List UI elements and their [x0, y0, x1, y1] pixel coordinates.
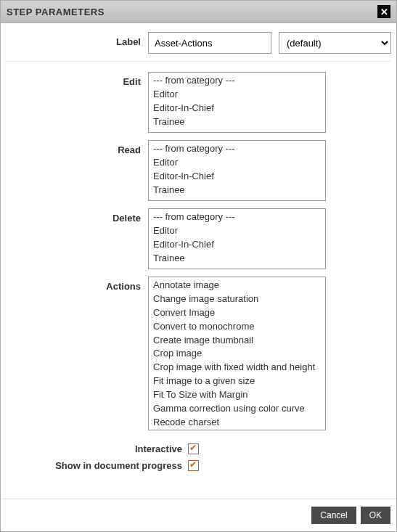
show-progress-row: Show in document progress [7, 460, 390, 471]
list-item[interactable]: Fit To Size with Margin [153, 388, 321, 402]
step-parameters-dialog: STEP PARAMETERS ✕ Label (default) Edit -… [0, 0, 397, 532]
read-caption: Read [7, 140, 148, 155]
title-bar: STEP PARAMETERS ✕ [1, 1, 396, 23]
list-item[interactable]: --- from category --- [153, 210, 321, 224]
list-item[interactable]: Change image saturation [153, 292, 321, 306]
list-item[interactable]: Resize image [153, 430, 321, 430]
separator [7, 61, 390, 62]
actions-caption: Actions [7, 277, 148, 292]
list-item[interactable]: Annotate image [153, 279, 321, 292]
list-item[interactable]: --- from category --- [153, 74, 321, 88]
read-listbox[interactable]: --- from category --- Editor Editor-In-C… [148, 140, 326, 201]
edit-listbox[interactable]: --- from category --- Editor Editor-In-C… [148, 72, 326, 133]
label-input[interactable] [148, 32, 271, 54]
list-item[interactable]: --- from category --- [153, 142, 321, 156]
interactive-caption: Interactive [7, 443, 188, 454]
delete-caption: Delete [7, 208, 148, 224]
actions-row: Actions Annotate image Change image satu… [7, 277, 390, 430]
list-item[interactable]: Editor [153, 88, 321, 102]
list-item[interactable]: Crop image [153, 347, 321, 361]
list-item[interactable]: Trainee [153, 252, 321, 266]
list-item[interactable]: Editor-In-Chief [153, 102, 321, 115]
close-icon: ✕ [380, 7, 388, 17]
list-item[interactable]: Trainee [153, 184, 321, 197]
list-item[interactable]: Trainee [153, 115, 321, 129]
list-item[interactable]: Editor-In-Chief [153, 170, 321, 184]
cancel-button[interactable]: Cancel [311, 507, 356, 524]
delete-row: Delete --- from category --- Editor Edit… [7, 208, 390, 269]
list-item[interactable]: Convert to monochrome [153, 320, 321, 334]
edit-row: Edit --- from category --- Editor Editor… [7, 72, 390, 133]
actions-listbox[interactable]: Annotate image Change image saturation C… [148, 277, 326, 430]
delete-listbox[interactable]: --- from category --- Editor Editor-In-C… [148, 208, 326, 269]
dialog-content: Label (default) Edit --- from category -… [1, 23, 396, 488]
ok-button[interactable]: OK [361, 507, 390, 524]
close-button[interactable]: ✕ [377, 5, 390, 18]
list-item[interactable]: Editor [153, 156, 321, 170]
default-select[interactable]: (default) [279, 32, 391, 54]
list-item[interactable]: Editor [153, 224, 321, 238]
list-item[interactable]: Gamma correction using color curve [153, 402, 321, 416]
list-item[interactable]: Create image thumbnail [153, 334, 321, 348]
list-item[interactable]: Editor-In-Chief [153, 238, 321, 252]
list-item[interactable]: Fit image to a given size [153, 375, 321, 388]
show-progress-caption: Show in document progress [7, 460, 188, 471]
read-row: Read --- from category --- Editor Editor… [7, 140, 390, 201]
list-item[interactable]: Crop image with fixed width and height [153, 361, 321, 375]
label-caption: Label [7, 32, 148, 47]
list-item[interactable]: Recode charset [153, 416, 321, 430]
edit-caption: Edit [7, 72, 148, 87]
dialog-footer: Cancel OK [1, 499, 396, 531]
list-item[interactable]: Convert Image [153, 306, 321, 320]
label-row: Label (default) [7, 32, 390, 54]
show-progress-checkbox[interactable] [188, 460, 199, 471]
interactive-checkbox[interactable] [188, 443, 199, 454]
dialog-title: STEP PARAMETERS [7, 7, 105, 17]
interactive-row: Interactive [7, 443, 390, 454]
